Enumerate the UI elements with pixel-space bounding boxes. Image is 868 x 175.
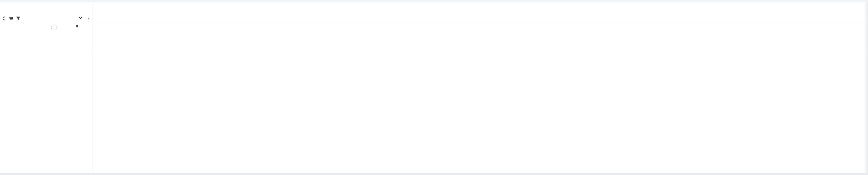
chevron-down-icon: [78, 15, 83, 21]
workspace-toolbar: [1, 14, 91, 23]
trace-timestamp: [2, 3, 5, 7]
expand-more-icon: [1, 174, 6, 175]
track-area: [0, 23, 868, 173]
panel-divider[interactable]: [93, 2, 93, 175]
system-group-header[interactable]: [0, 173, 868, 175]
workspace-selector[interactable]: [23, 15, 84, 22]
overview-minimap[interactable]: [0, 0, 868, 2]
filter-icon[interactable]: [16, 16, 21, 21]
kebab-menu-icon[interactable]: [86, 16, 91, 21]
row-separator: [0, 53, 868, 53]
timeline-ruler[interactable]: [93, 2, 868, 23]
left-header: [0, 2, 93, 23]
unfold-more-icon[interactable]: [1, 16, 7, 21]
thread-chip: [51, 25, 57, 30]
pin-icon[interactable]: [75, 25, 80, 30]
thread-track-timeline[interactable]: [0, 23, 868, 53]
header-separator: [0, 23, 868, 23]
sort-icon[interactable]: [8, 16, 14, 21]
